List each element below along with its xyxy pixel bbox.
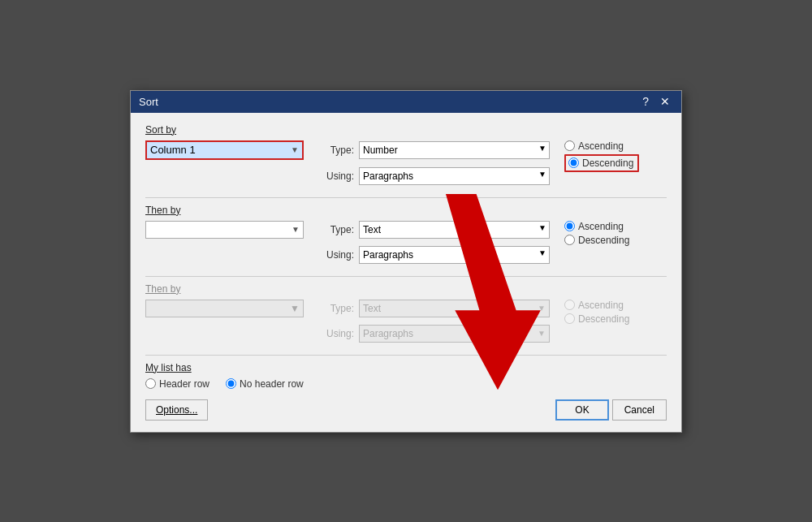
sort-by-radio-group: Ascending Descending: [564, 140, 639, 172]
then-by-2-label: Then by: [145, 283, 667, 295]
then-by-1-ascending-label[interactable]: Ascending: [578, 221, 624, 232]
then-by-2-using-row: Using: Paragraphs ▼: [145, 325, 550, 343]
sort-by-dropdown[interactable]: Column 1 ▼: [145, 140, 304, 160]
then-by-1-label: Then by: [145, 205, 667, 216]
type-select-1[interactable]: Number Text Date: [359, 141, 550, 159]
using-select-3-wrapper: Paragraphs ▼: [359, 325, 550, 343]
right-buttons: OK Cancel: [555, 399, 667, 421]
using-label-3: Using:: [312, 328, 354, 339]
type-select-3-value: Text: [363, 303, 381, 314]
divider-1: [145, 197, 667, 198]
sort-by-ascending-row: Ascending: [564, 140, 639, 152]
using-select-3-value: Paragraphs: [363, 328, 413, 339]
header-row-radio[interactable]: [145, 378, 156, 389]
sort-by-label: Sort by: [145, 124, 667, 136]
sort-by-fields: Column 1 ▼ Type: Number Text Date: [145, 140, 550, 189]
then-by-2-section: Then by ▼ Type: Text: [145, 283, 667, 347]
using-select-wrapper-1: Paragraphs Fields ▼: [359, 167, 550, 185]
then-by-1-descending-radio[interactable]: [564, 235, 575, 245]
sort-by-section: Sort by Column 1 ▼ Type:: [145, 124, 667, 189]
sort-by-rows: Column 1 ▼ Type: Number Text Date: [145, 140, 667, 189]
sort-by-descending-label[interactable]: Descending: [582, 157, 633, 169]
then-by-1-descending-label[interactable]: Descending: [578, 235, 629, 246]
then-by-1-radio-group: Ascending Descending: [564, 221, 629, 246]
then-by-2-ascending-label[interactable]: Ascending: [578, 300, 624, 311]
sort-dialog: Sort ? ✕ Sort by Column 1: [130, 90, 682, 433]
using-label-1: Using:: [312, 170, 354, 182]
then-by-2-radio-group: Ascending Descending: [564, 300, 629, 325]
then-by-2-dropdown-row: ▼ Type: Text ▼: [145, 300, 550, 317]
no-header-row-text: No header row: [240, 378, 304, 390]
type-select-3-wrapper: Text ▼: [359, 300, 550, 317]
sort-by-ascending-radio[interactable]: [564, 140, 575, 151]
sort-by-descending-radio[interactable]: [568, 157, 579, 168]
no-header-row-label[interactable]: No header row: [240, 378, 304, 390]
no-header-row-option: No header row: [226, 378, 304, 390]
then-by-1-dropdown-row: ▼ Type: Text Number Date ▼: [145, 221, 550, 239]
cancel-button[interactable]: Cancel: [612, 399, 667, 421]
type-label-1: Type:: [312, 145, 354, 156]
using-arrow-3: ▼: [538, 329, 546, 338]
type-label-3: Type:: [312, 303, 354, 314]
type-select-wrapper-2: Text Number Date ▼: [359, 221, 550, 239]
then-by-2-arrow: ▼: [290, 303, 300, 314]
then-by-1-ascending-radio[interactable]: [564, 221, 575, 231]
then-by-1-ascending-row: Ascending: [564, 221, 629, 232]
options-button[interactable]: Options...: [145, 399, 208, 421]
then-by-1-using-row: Using: Paragraphs Fields ▼: [145, 246, 550, 264]
my-list-has-section: My list has Header row No header row: [145, 362, 667, 390]
type-select-wrapper-1: Number Text Date ▼: [359, 141, 550, 159]
then-by-2-descending-radio[interactable]: [564, 313, 575, 324]
then-by-2-rows: ▼ Type: Text ▼ Using:: [145, 300, 667, 347]
using-select-wrapper-2: Paragraphs Fields ▼: [359, 246, 550, 264]
using-label-2: Using:: [312, 249, 354, 261]
dialog-body: Sort by Column 1 ▼ Type:: [131, 113, 681, 432]
dialog-title: Sort: [139, 96, 158, 108]
then-by-2-dropdown[interactable]: ▼: [145, 300, 304, 317]
title-bar-buttons: ? ✕: [639, 96, 673, 107]
bottom-row: Options... OK Cancel: [145, 399, 667, 421]
title-bar: Sort ? ✕: [131, 91, 681, 113]
header-row-option: Header row: [145, 378, 209, 390]
sort-by-dropdown-arrow: ▼: [291, 145, 299, 154]
then-by-2-ascending-row: Ascending: [564, 300, 629, 311]
sort-by-ascending-label[interactable]: Ascending: [578, 140, 624, 152]
help-button[interactable]: ?: [639, 96, 652, 107]
type-select-2[interactable]: Text Number Date: [359, 221, 550, 239]
using-select-1[interactable]: Paragraphs Fields: [359, 167, 550, 185]
then-by-2-descending-label[interactable]: Descending: [578, 313, 629, 325]
then-by-2-ascending-radio[interactable]: [564, 300, 575, 310]
divider-3: [145, 355, 667, 356]
then-by-1-descending-row: Descending: [564, 235, 629, 246]
sort-by-using-row: Using: Paragraphs Fields ▼: [145, 167, 550, 185]
type-label-2: Type:: [312, 224, 354, 235]
then-by-1-dropdown[interactable]: ▼: [145, 221, 304, 239]
using-select-2[interactable]: Paragraphs Fields: [359, 246, 550, 264]
close-button[interactable]: ✕: [657, 96, 673, 107]
type-arrow-3: ▼: [538, 304, 546, 313]
divider-2: [145, 276, 667, 277]
then-by-1-fields: ▼ Type: Text Number Date ▼: [145, 221, 550, 268]
my-list-has-text: My list has: [145, 362, 192, 373]
my-list-has-label: My list has: [145, 362, 667, 373]
then-by-2-descending-row: Descending: [564, 313, 629, 325]
header-row-label[interactable]: Header row: [159, 378, 209, 390]
then-by-1-arrow: ▼: [292, 225, 300, 234]
sort-by-dropdown-row: Column 1 ▼ Type: Number Text Date: [145, 140, 550, 160]
then-by-2-fields: ▼ Type: Text ▼ Using:: [145, 300, 550, 347]
ok-button[interactable]: OK: [555, 399, 608, 421]
then-by-1-section: Then by ▼ Type:: [145, 205, 667, 268]
sort-by-dropdown-value: Column 1: [150, 144, 196, 156]
my-list-has-options: Header row No header row: [145, 378, 667, 390]
then-by-1-rows: ▼ Type: Text Number Date ▼: [145, 221, 667, 268]
sort-by-descending-row: Descending: [564, 154, 639, 172]
no-header-row-radio[interactable]: [226, 378, 236, 389]
